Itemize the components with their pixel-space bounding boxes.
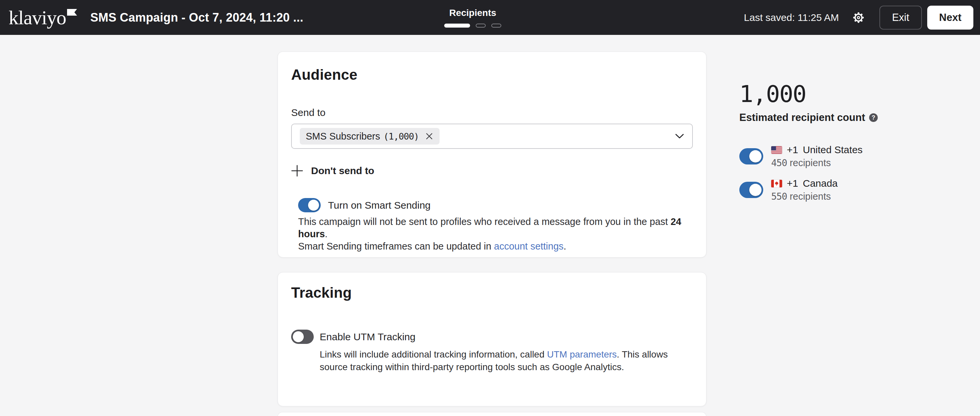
country-row-united-states: +1 United States 450 recipients	[739, 144, 945, 169]
plus-icon	[291, 165, 303, 177]
smart-sending-description-line1: This campaign will not be sent to profil…	[298, 216, 683, 240]
smart-sending-row: Turn on Smart Sending	[298, 198, 693, 212]
step-pill-current	[444, 24, 470, 27]
estimated-count-label-row: Estimated recipient count ?	[739, 112, 945, 124]
gear-icon	[851, 11, 865, 25]
country-name: Canada	[803, 178, 838, 189]
klaviyo-wordmark: klaviyo	[9, 4, 66, 31]
recipient-word: recipients	[790, 191, 831, 202]
country-code: +1	[787, 178, 798, 189]
recipient-number: 450	[771, 158, 787, 169]
audience-heading: Audience	[291, 52, 693, 83]
desc-text: .	[564, 241, 566, 252]
canada-toggle[interactable]	[739, 182, 763, 198]
estimated-recipient-count: 1,000	[739, 83, 945, 106]
segment-chip-count: (1,000)	[383, 131, 419, 142]
step-pill-3	[491, 24, 501, 27]
step-pill-2	[476, 24, 486, 27]
segment-chip[interactable]: SMS Subscribers (1,000)	[300, 128, 439, 145]
smart-sending-description: This campaign will not be sent to profil…	[298, 216, 683, 252]
step-progress-pills	[444, 24, 501, 27]
dont-send-to-button[interactable]: Don't send to	[291, 165, 374, 177]
country-row-canada: +1 Canada 550 recipients	[739, 178, 945, 202]
country-recipients: 550 recipients	[771, 191, 838, 202]
united-states-toggle[interactable]	[739, 148, 763, 164]
toggle-knob	[749, 150, 762, 163]
sms-campaign-editor: klaviyo SMS Campaign - Oct 7, 2024, 11:2…	[0, 0, 980, 416]
step-label: Recipients	[449, 8, 496, 18]
desc-text: This campaign will not be sent to profil…	[298, 216, 671, 227]
utm-tracking-label: Enable UTM Tracking	[320, 330, 693, 344]
klaviyo-flag-icon	[67, 9, 77, 16]
us-flag-icon	[771, 146, 782, 154]
stepper: Recipients	[444, 0, 501, 35]
last-saved-text: Last saved: 11:25 AM	[744, 12, 839, 23]
country-recipients: 450 recipients	[771, 158, 862, 169]
country-name: United States	[803, 144, 862, 156]
recipient-summary: 1,000 Estimated recipient count ?	[739, 83, 945, 202]
settings-gear-icon[interactable]	[850, 9, 867, 26]
smart-sending-toggle[interactable]	[298, 198, 321, 212]
utm-tracking-description: Links will include additional tracking i…	[320, 348, 693, 373]
country-info: +1 United States 450 recipients	[771, 144, 862, 169]
smart-sending-label: Turn on Smart Sending	[328, 200, 431, 211]
next-card-peek	[278, 412, 706, 416]
top-bar: klaviyo SMS Campaign - Oct 7, 2024, 11:2…	[0, 0, 980, 35]
toggle-knob	[308, 200, 319, 210]
recipient-word: recipients	[790, 158, 831, 168]
segment-chip-name: SMS Subscribers	[306, 131, 380, 142]
top-bar-actions: Last saved: 11:25 AM	[744, 0, 974, 35]
remove-segment-icon[interactable]	[425, 132, 434, 140]
utm-tracking-toggle[interactable]	[291, 330, 314, 344]
country-code: +1	[787, 144, 798, 156]
desc-text: .	[325, 229, 328, 239]
tracking-card: Tracking Enable UTM Tracking Links will …	[278, 272, 706, 406]
campaign-title: SMS Campaign - Oct 7, 2024, 11:20 ...	[90, 11, 304, 25]
send-to-label: Send to	[291, 107, 693, 118]
help-icon[interactable]: ?	[869, 113, 878, 122]
audience-card: Audience Send to SMS Subscribers (1,000)	[278, 51, 706, 258]
estimated-count-label: Estimated recipient count	[739, 112, 865, 124]
smart-sending-description-line2: Smart Sending timeframes can be updated …	[298, 240, 683, 252]
send-to-select[interactable]: SMS Subscribers (1,000)	[291, 124, 693, 149]
chevron-down-icon[interactable]	[675, 133, 684, 139]
klaviyo-logo[interactable]: klaviyo	[9, 4, 77, 31]
tracking-heading: Tracking	[291, 273, 693, 301]
utm-text-block: Enable UTM Tracking Links will include a…	[320, 330, 693, 373]
country-info: +1 Canada 550 recipients	[771, 178, 838, 202]
desc-text: Links will include additional tracking i…	[320, 349, 547, 360]
exit-button[interactable]: Exit	[880, 6, 922, 30]
canada-flag-icon	[771, 180, 782, 187]
utm-tracking-row: Enable UTM Tracking Links will include a…	[291, 330, 693, 373]
account-settings-link[interactable]: account settings	[494, 241, 564, 252]
toggle-knob	[293, 331, 304, 342]
toggle-knob	[749, 184, 762, 196]
desc-text: Smart Sending timeframes can be updated …	[298, 241, 494, 252]
utm-parameters-link[interactable]: UTM parameters	[547, 349, 617, 360]
recipient-number: 550	[771, 191, 787, 202]
dont-send-to-label: Don't send to	[311, 165, 374, 177]
next-button[interactable]: Next	[927, 6, 974, 30]
